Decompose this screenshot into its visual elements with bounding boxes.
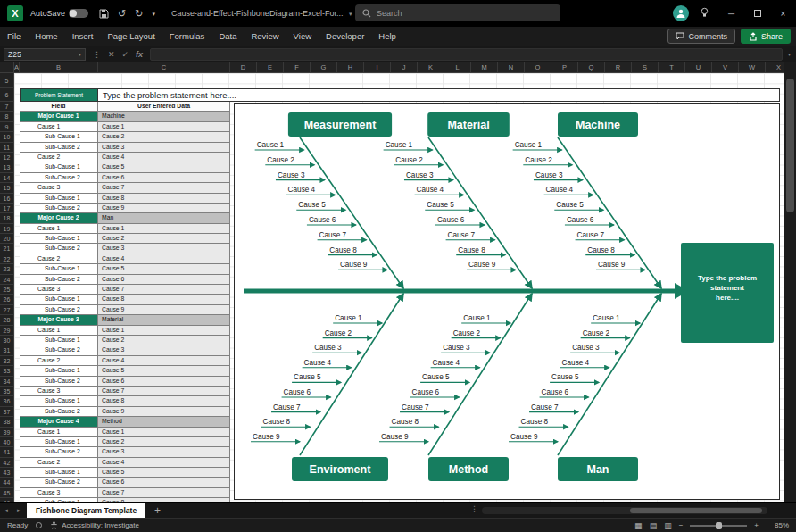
column-header-U[interactable]: U bbox=[685, 62, 712, 72]
row-header-13[interactable]: 13 bbox=[0, 162, 14, 172]
cause-label[interactable]: Cause 7 bbox=[402, 403, 429, 411]
column-header-B[interactable]: B bbox=[20, 62, 98, 72]
cause-label[interactable]: Cause 7 bbox=[273, 403, 301, 411]
column-header-K[interactable]: K bbox=[418, 62, 444, 72]
cause-label[interactable]: Cause 7 bbox=[577, 231, 605, 239]
field-cell[interactable]: Major Cause 1 bbox=[20, 112, 98, 121]
autosave-toggle[interactable] bbox=[69, 9, 88, 18]
column-header-O[interactable]: O bbox=[525, 62, 551, 72]
cause-label[interactable]: Cause 2 bbox=[525, 156, 552, 164]
cause-label[interactable]: Cause 6 bbox=[567, 216, 594, 224]
field-cell[interactable]: Sub-Cause 1 bbox=[20, 234, 98, 244]
horizontal-scrollbar[interactable] bbox=[482, 507, 767, 514]
value-cell[interactable]: Cause 2 bbox=[98, 437, 230, 447]
cause-label[interactable]: Cause 9 bbox=[510, 433, 538, 441]
value-cell[interactable]: Cause 7 bbox=[98, 183, 230, 193]
value-cell[interactable]: Cause 1 bbox=[98, 122, 230, 132]
row-header-36[interactable]: 36 bbox=[0, 396, 14, 406]
row-header-44[interactable]: 44 bbox=[0, 478, 14, 487]
ribbon-tab-data[interactable]: Data bbox=[211, 27, 244, 46]
formulabar-expand-chevron-icon[interactable]: ▾ bbox=[788, 51, 791, 57]
cause-label[interactable]: Cause 3 bbox=[314, 344, 342, 352]
field-cell[interactable]: Sub-Cause 2 bbox=[20, 305, 98, 315]
redo-icon[interactable]: ↻ bbox=[135, 9, 143, 19]
fishbone-diagram[interactable]: Type the problemstatementhere....Measure… bbox=[234, 103, 780, 500]
search-input[interactable]: Search bbox=[355, 4, 560, 21]
lightbulb-icon[interactable] bbox=[700, 7, 709, 20]
cause-label[interactable]: Cause 1 bbox=[335, 314, 362, 322]
row-header-45[interactable]: 45 bbox=[0, 488, 14, 498]
value-cell[interactable]: Cause 2 bbox=[98, 234, 230, 244]
problem-label-cell[interactable]: Problem Statement bbox=[20, 88, 98, 102]
ribbon-tab-file[interactable]: File bbox=[0, 27, 28, 46]
field-cell[interactable]: Sub-Cause 2 bbox=[20, 478, 98, 487]
formula-input[interactable] bbox=[150, 48, 783, 61]
row-header-40[interactable]: 40 bbox=[0, 437, 14, 447]
value-cell[interactable]: Cause 4 bbox=[98, 254, 230, 264]
cause-label[interactable]: Cause 9 bbox=[381, 433, 409, 441]
column-header-N[interactable]: N bbox=[498, 62, 525, 72]
prev-sheet-icon[interactable]: ◄ bbox=[0, 508, 12, 513]
problem-value-cell[interactable]: Type the problem statement here.... bbox=[98, 88, 780, 102]
value-cell[interactable]: Material bbox=[98, 315, 230, 325]
row-header-12[interactable]: 12 bbox=[0, 153, 14, 162]
field-cell[interactable]: Sub-Cause 1 bbox=[20, 366, 98, 376]
row-header-17[interactable]: 17 bbox=[0, 204, 14, 213]
value-cell[interactable]: Cause 2 bbox=[98, 132, 230, 142]
field-cell[interactable]: Cause 1 bbox=[20, 224, 98, 234]
field-cell[interactable]: Sub-Cause 1 bbox=[20, 194, 98, 204]
field-cell[interactable]: Major Cause 3 bbox=[20, 315, 98, 325]
value-cell[interactable]: Cause 4 bbox=[98, 458, 230, 468]
view-normal-icon[interactable]: ▦ bbox=[634, 521, 643, 530]
cause-label[interactable]: Cause 7 bbox=[448, 231, 476, 239]
field-cell[interactable]: Cause 1 bbox=[20, 122, 98, 132]
field-cell[interactable]: Sub-Cause 2 bbox=[20, 407, 98, 417]
vertical-scroll-thumb[interactable] bbox=[786, 79, 794, 212]
cause-label[interactable]: Cause 9 bbox=[598, 261, 626, 269]
field-cell[interactable]: Cause 1 bbox=[20, 428, 98, 437]
view-page-layout-icon[interactable]: ▤ bbox=[650, 521, 658, 530]
column-header-V[interactable]: V bbox=[712, 62, 739, 72]
accessibility-status[interactable]: Accessibility: Investigate bbox=[50, 521, 139, 529]
row-header-5[interactable]: 5 bbox=[0, 73, 14, 88]
field-cell[interactable]: Sub-Cause 2 bbox=[20, 173, 98, 183]
field-cell[interactable]: Cause 1 bbox=[20, 326, 98, 336]
cause-label[interactable]: Cause 3 bbox=[278, 171, 305, 179]
horizontal-scroll-thumb[interactable] bbox=[630, 508, 761, 513]
column-header-H[interactable]: H bbox=[337, 62, 364, 72]
column-header-P[interactable]: P bbox=[551, 62, 578, 72]
field-cell[interactable]: Cause 3 bbox=[20, 285, 98, 295]
zoom-slider[interactable] bbox=[690, 525, 747, 527]
enter-formula-icon[interactable]: ✓ bbox=[122, 50, 129, 59]
column-header-C[interactable]: C bbox=[98, 62, 230, 72]
row-header-30[interactable]: 30 bbox=[0, 336, 14, 345]
row-header-10[interactable]: 10 bbox=[0, 132, 14, 142]
ribbon-tab-home[interactable]: Home bbox=[28, 27, 64, 46]
row-header-25[interactable]: 25 bbox=[0, 285, 14, 295]
ribbon-tab-insert[interactable]: Insert bbox=[65, 27, 101, 46]
cause-label[interactable]: Cause 7 bbox=[319, 231, 347, 239]
field-cell[interactable]: Sub-Cause 2 bbox=[20, 204, 98, 213]
row-header-23[interactable]: 23 bbox=[0, 264, 14, 274]
value-cell[interactable]: Cause 4 bbox=[98, 153, 230, 162]
comments-button[interactable]: Comments bbox=[667, 29, 735, 44]
cause-label[interactable]: Cause 9 bbox=[468, 261, 496, 269]
view-page-break-icon[interactable]: ▥ bbox=[664, 521, 672, 530]
autosave-control[interactable]: AutoSave bbox=[30, 9, 88, 18]
user-data-header-cell[interactable]: User Entered Data bbox=[98, 102, 230, 112]
cause-label[interactable]: Cause 2 bbox=[325, 329, 352, 337]
maximize-button[interactable] bbox=[744, 0, 770, 27]
row-header-6[interactable]: 6 bbox=[0, 88, 14, 102]
column-header-T[interactable]: T bbox=[659, 62, 685, 72]
field-cell[interactable]: Sub-Cause 1 bbox=[20, 336, 98, 345]
column-header-I[interactable]: I bbox=[364, 62, 391, 72]
row-header-11[interactable]: 11 bbox=[0, 143, 14, 153]
cause-label[interactable]: Cause 6 bbox=[412, 388, 440, 396]
value-cell[interactable]: Cause 3 bbox=[98, 447, 230, 457]
field-cell[interactable]: Sub-Cause 1 bbox=[20, 437, 98, 447]
field-cell[interactable]: Major Cause 4 bbox=[20, 417, 98, 427]
cause-label[interactable]: Cause 5 bbox=[427, 201, 454, 209]
sheet-grid[interactable]: 5678910111213141516171819202122232425262… bbox=[0, 73, 796, 502]
value-cell[interactable]: Cause 5 bbox=[98, 264, 230, 274]
value-cell[interactable]: Cause 9 bbox=[98, 305, 230, 315]
